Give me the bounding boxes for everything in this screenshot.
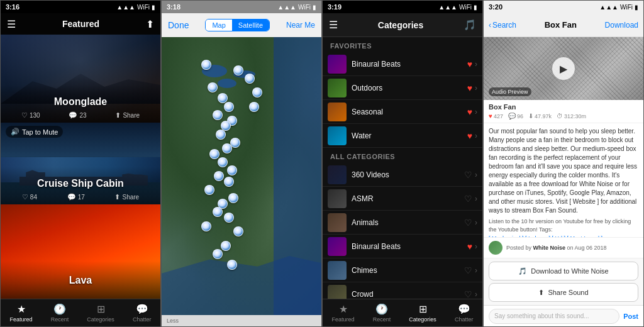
stat-comments[interactable]: 💬 96	[508, 113, 523, 119]
post-button[interactable]: Post	[623, 313, 638, 320]
upload-icon[interactable]: ⬆	[146, 18, 154, 30]
phone-1-featured: 3:16 ▲▲▲ WiFi ▮ ☰ Featured ⬆ Moonglade ♡…	[0, 0, 161, 327]
menu-icon[interactable]: ☰	[7, 18, 16, 30]
cat-row-binaural-all[interactable]: Binaural Beats ♥ ›	[323, 235, 482, 258]
heart-360[interactable]: ♡	[464, 170, 472, 180]
map-pin[interactable]	[249, 102, 259, 112]
heart-water-fav[interactable]: ♥	[467, 131, 472, 141]
cruise-comments[interactable]: 💬 17	[67, 193, 85, 201]
map-pin[interactable]	[252, 87, 262, 97]
heart-chimes[interactable]: ♡	[464, 265, 472, 275]
cat-label-seasonal-fav: Seasonal	[352, 108, 467, 116]
comment-icon: 💬	[69, 111, 77, 119]
map-pin[interactable]	[221, 241, 231, 251]
nav-chatter-3[interactable]: 💬 Chatter	[455, 303, 474, 323]
cat-row-asmr[interactable]: ASMR ♡ ›	[323, 187, 482, 211]
heart-binaural-all[interactable]: ♥	[467, 241, 472, 252]
nav-chatter[interactable]: 💬 Chatter	[133, 303, 152, 323]
comment-input[interactable]: Say something about this sound...	[489, 309, 619, 324]
sound-icon-3[interactable]: 🎵	[464, 19, 476, 31]
nav-featured[interactable]: ★ Featured	[10, 303, 33, 323]
share-sound-button[interactable]: ⬆ Share Sound	[489, 283, 638, 302]
map-pin[interactable]	[213, 249, 223, 259]
nav-categories-3[interactable]: ⊞ Categories	[409, 303, 436, 323]
nav-recent[interactable]: 🕐 Recent	[51, 303, 69, 323]
avatar	[489, 241, 502, 255]
cat-row-crowd[interactable]: Crowd ♡ ›	[323, 282, 482, 299]
map-pin[interactable]	[227, 165, 237, 175]
status-time-1: 3:16	[6, 3, 19, 11]
tap-to-mute[interactable]: 🔊 Tap to Mute	[6, 126, 63, 138]
star-icon-3: ★	[339, 303, 348, 315]
heart-outdoors-fav[interactable]: ♥	[467, 83, 472, 93]
satellite-btn[interactable]: Satellite	[232, 19, 269, 31]
map-pin[interactable]	[214, 171, 224, 181]
clock-icon-4: ⏱	[557, 113, 563, 119]
play-button[interactable]: ▶	[552, 57, 575, 80]
card-moonglade[interactable]: Moonglade ♡ 130 💬 23 ⬆ Share	[1, 35, 160, 123]
card-cruise-actions: ♡ 84 💬 17 ⬆ Share	[1, 193, 160, 201]
cat-row-chimes[interactable]: Chimes ♡ ›	[323, 258, 482, 282]
cat-row-water-fav[interactable]: Water ♥ ›	[323, 124, 482, 148]
cruise-share[interactable]: ⬆ Share	[114, 193, 139, 201]
status-bar-1: 3:16 ▲▲▲ WiFi ▮	[1, 1, 160, 13]
cat-row-outdoors-fav[interactable]: Outdoors ♥ ›	[323, 76, 482, 100]
cat-label-binaural-fav: Binaural Beats	[352, 60, 467, 69]
moonglade-comments[interactable]: 💬 23	[69, 111, 86, 119]
heart-seasonal-fav[interactable]: ♥	[467, 107, 472, 117]
back-button[interactable]: ‹ Search	[489, 21, 516, 30]
fan-youtube-text: Listen to the 10 hr version on Youtube f…	[489, 218, 638, 233]
map-pin[interactable]	[213, 110, 223, 120]
cat-label-binaural-all: Binaural Beats	[352, 242, 467, 251]
card-cruise[interactable]: 🔊 Tap to Mute Cruise Ship Cabin ♡ 84 💬 1…	[1, 123, 160, 204]
map-pin[interactable]	[209, 149, 219, 159]
map-pin[interactable]	[222, 143, 232, 153]
stat-likes[interactable]: ♥ 427	[489, 113, 503, 119]
map-pin[interactable]	[208, 82, 218, 92]
map-pin[interactable]	[224, 102, 234, 112]
nav-recent-3[interactable]: 🕐 Recent	[373, 303, 391, 323]
featured-content: Moonglade ♡ 130 💬 23 ⬆ Share	[1, 35, 160, 299]
map-pin[interactable]	[224, 213, 234, 223]
heart-icon-2: ♡	[22, 193, 28, 201]
cat-row-360[interactable]: 360 Videos ♡ ›	[323, 163, 482, 187]
heart-crowd[interactable]: ♡	[464, 289, 472, 299]
cat-row-binaural-fav[interactable]: Binaural Beats ♥ ›	[323, 52, 482, 76]
heart-binaural-fav[interactable]: ♥	[467, 59, 472, 69]
map-pin[interactable]	[216, 130, 226, 140]
grid-icon: ⊞	[97, 303, 105, 315]
moonglade-likes[interactable]: ♡ 130	[21, 111, 40, 119]
categories-title: Categories	[378, 20, 423, 30]
map-pin[interactable]	[233, 226, 243, 236]
done-button[interactable]: Done	[168, 20, 189, 30]
nav-categories[interactable]: ⊞ Categories	[87, 303, 114, 323]
map-pin[interactable]	[201, 221, 211, 231]
map-btn[interactable]: Map	[206, 19, 231, 31]
map-pin[interactable]	[228, 193, 238, 203]
map-pin[interactable]	[201, 60, 211, 70]
cruise-likes[interactable]: ♡ 84	[22, 193, 37, 201]
map-pin[interactable]	[204, 185, 214, 195]
cat-row-seasonal-fav[interactable]: Seasonal ♥ ›	[323, 100, 482, 124]
map-pin[interactable]	[227, 260, 237, 270]
fan-image[interactable]: ▶ Audio Preview	[484, 37, 643, 100]
map-view[interactable]	[162, 37, 321, 315]
nav-featured-3[interactable]: ★ Featured	[332, 303, 355, 323]
map-pin[interactable]	[233, 65, 243, 75]
download-header-btn[interactable]: Download	[605, 21, 638, 30]
cat-label-outdoors-fav: Outdoors	[352, 84, 467, 92]
card-lava[interactable]: Lava	[1, 204, 160, 299]
near-me-btn[interactable]: Near Me	[286, 21, 315, 30]
map-pin[interactable]	[224, 177, 234, 187]
map-pin[interactable]	[213, 207, 223, 217]
map-pin[interactable]	[218, 157, 228, 167]
download-button[interactable]: 🎵 Download to White Noise	[489, 262, 638, 280]
moonglade-share[interactable]: ⬆ Share	[115, 111, 140, 119]
menu-icon-3[interactable]: ☰	[329, 19, 338, 31]
map-pin[interactable]	[245, 74, 255, 84]
heart-animals[interactable]: ♡	[464, 218, 472, 228]
heart-asmr[interactable]: ♡	[464, 194, 472, 204]
battery-icon-4: ▮	[635, 4, 638, 11]
wifi-icon-3: WiFi	[459, 4, 472, 11]
cat-row-animals[interactable]: Animals ♡ ›	[323, 211, 482, 235]
